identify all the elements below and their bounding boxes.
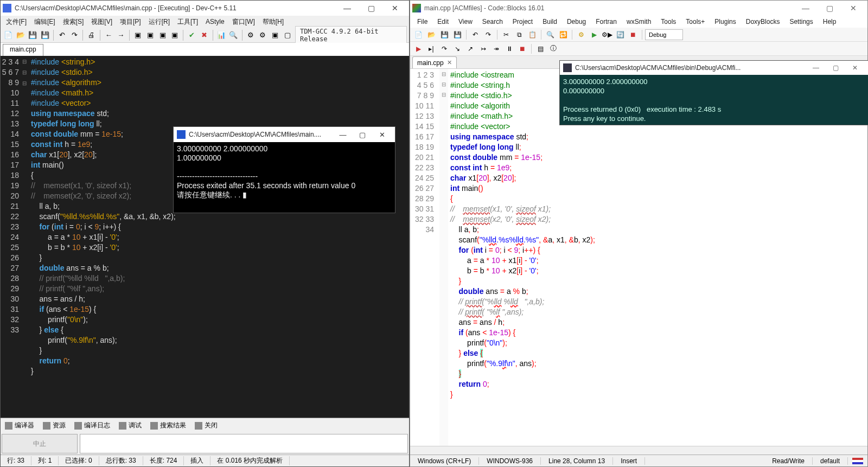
menu-item[interactable]: Fortran — [592, 17, 621, 27]
menu-item[interactable]: Help — [819, 17, 840, 27]
menu-item[interactable]: Edit — [433, 17, 452, 27]
menu-item[interactable]: Settings — [786, 17, 816, 27]
compile-log-area[interactable] — [80, 434, 408, 453]
cut-icon[interactable]: ✂ — [500, 29, 512, 41]
menu-item[interactable]: 编辑[E] — [31, 16, 59, 28]
menu-item[interactable]: 帮助[H] — [259, 16, 287, 28]
minimize-button[interactable]: — — [794, 1, 818, 16]
devcpp-console-window[interactable]: C:\Users\acm\Desktop\ACM\ACMfiles\main..… — [173, 126, 395, 213]
devcpp-console-titlebar[interactable]: C:\Users\acm\Desktop\ACM\ACMfiles\main..… — [174, 127, 395, 142]
console-max-icon[interactable]: ▢ — [353, 127, 372, 142]
cb-console-titlebar[interactable]: C:\Users\acm\Desktop\ACM\ACMfiles\bin\De… — [560, 61, 868, 75]
menu-item[interactable]: Build — [539, 17, 561, 27]
new-icon[interactable]: 📄 — [412, 29, 424, 41]
rebuild-icon[interactable]: ▣ — [169, 29, 181, 41]
cb-console-window[interactable]: C:\Users\acm\Desktop\ACM\ACMfiles\bin\De… — [559, 60, 868, 125]
fold-gutter[interactable]: ⊟ ⊟ ⊟ — [22, 56, 29, 418]
find-icon[interactable]: 🔍 — [544, 29, 556, 41]
search-fwd-icon[interactable]: → — [116, 29, 127, 41]
save-all-icon[interactable]: 💾 — [451, 29, 463, 41]
bottom-tab[interactable]: 关闭 — [190, 419, 222, 432]
menu-item[interactable]: Tools — [657, 17, 680, 27]
close-button[interactable]: ✕ — [841, 1, 865, 16]
menu-item[interactable]: File — [413, 17, 431, 27]
undo-icon[interactable]: ↶ — [469, 29, 481, 41]
menu-item[interactable]: 文件[F] — [3, 16, 30, 28]
print-icon[interactable]: 🖨 — [86, 29, 97, 41]
menu-item[interactable]: Plugins — [711, 17, 739, 27]
stop-icon[interactable]: ✖ — [199, 29, 210, 41]
close-button[interactable]: ✕ — [383, 1, 407, 16]
run-icon[interactable]: ▣ — [145, 29, 156, 41]
bottom-tab[interactable]: 资源 — [39, 419, 70, 432]
tab-main-cpp[interactable]: main.cpp — [3, 44, 43, 56]
devcpp-titlebar[interactable]: C:\Users\acm\Desktop\ACM\ACMfiles\main.c… — [1, 1, 409, 16]
console-min-icon[interactable]: — — [806, 61, 826, 75]
menu-item[interactable]: 运行[R] — [145, 16, 173, 28]
lang-flag-icon[interactable] — [852, 458, 863, 464]
bottom-tab[interactable]: 搜索结果 — [146, 419, 190, 432]
code-area[interactable]: #include <iostream #include <string.h #i… — [448, 69, 867, 446]
cb-editor[interactable]: 1 2 3 4 5 6 7 8 9 10 11 12 13 14 15 16 1… — [410, 69, 867, 446]
menu-item[interactable]: 窗口[W] — [229, 16, 258, 28]
redo-icon[interactable]: ↷ — [69, 29, 80, 41]
open-icon[interactable]: 📂 — [425, 29, 437, 41]
menu-item[interactable]: Project — [509, 17, 537, 27]
debug-windows-icon[interactable]: ▤ — [534, 43, 546, 55]
rebuild-icon[interactable]: 🔄 — [614, 29, 626, 41]
maximize-button[interactable]: ▢ — [818, 1, 841, 16]
minimize-button[interactable]: — — [335, 1, 359, 16]
step-out-icon[interactable]: ↗ — [464, 43, 476, 55]
next-instr-icon[interactable]: ↣ — [477, 43, 489, 55]
profile-icon[interactable]: 📊 — [215, 29, 227, 41]
debug-run-icon[interactable]: ▶ — [412, 43, 424, 55]
undo-icon[interactable]: ↶ — [56, 29, 68, 41]
console-min-icon[interactable]: — — [333, 127, 353, 142]
open-file-icon[interactable]: 📂 — [15, 29, 27, 41]
copy-icon[interactable]: ⧉ — [513, 29, 525, 41]
compile-run-icon[interactable]: ▣ — [157, 29, 168, 41]
step-into-icon[interactable]: ↘ — [451, 43, 463, 55]
more2-icon[interactable]: ▢ — [282, 29, 293, 41]
menu-item[interactable]: 工具[T] — [174, 16, 201, 28]
run-to-cursor-icon[interactable]: ▸| — [425, 43, 437, 55]
replace-icon[interactable]: 🔁 — [557, 29, 569, 41]
debug-icon[interactable]: 🔍 — [228, 29, 239, 41]
new-file-icon[interactable]: 📄 — [3, 29, 14, 41]
save-icon[interactable]: 💾 — [438, 29, 450, 41]
search-back-icon[interactable]: ← — [103, 29, 114, 41]
step-instr-icon[interactable]: ↠ — [490, 43, 502, 55]
abort-button[interactable]: 中止 — [2, 434, 78, 453]
check-icon[interactable]: ✔ — [186, 29, 197, 41]
fold-gutter[interactable]: ⊟ ⊟ ⊟ — [439, 69, 448, 446]
menu-item[interactable]: 搜索[S] — [60, 16, 87, 28]
build-target-dropdown[interactable]: Debug — [645, 29, 683, 40]
tools-icon[interactable]: ⚙ — [257, 29, 269, 41]
menu-item[interactable]: Debug — [563, 17, 590, 27]
menu-item[interactable]: View — [455, 17, 476, 27]
menu-item[interactable]: 视图[V] — [88, 16, 116, 28]
build-icon[interactable]: ⚙ — [575, 29, 587, 41]
devcpp-console-body[interactable]: 3.000000000 2.000000000 1.000000000 ----… — [174, 142, 395, 202]
bottom-tab[interactable]: 调试 — [114, 419, 146, 432]
next-line-icon[interactable]: ↷ — [438, 43, 450, 55]
bottom-tab[interactable]: 编译日志 — [70, 419, 114, 432]
console-close-icon[interactable]: ✕ — [845, 61, 865, 75]
cb-titlebar[interactable]: main.cpp [ACMfiles] - Code::Blocks 16.01… — [410, 1, 867, 16]
menu-item[interactable]: DoxyBlocks — [742, 17, 784, 27]
compile-icon[interactable]: ▣ — [132, 29, 144, 41]
console-close-icon[interactable]: ✕ — [372, 127, 392, 142]
compiler-selector[interactable]: TDM-GCC 4.9.2 64-bit Release — [295, 26, 407, 44]
run-icon[interactable]: ▶ — [588, 29, 600, 41]
menu-item[interactable]: wxSmith — [623, 17, 655, 27]
console-max-icon[interactable]: ▢ — [826, 61, 845, 75]
paste-icon[interactable]: 📋 — [526, 29, 538, 41]
save-icon[interactable]: 💾 — [27, 29, 39, 41]
redo-icon[interactable]: ↷ — [482, 29, 494, 41]
maximize-button[interactable]: ▢ — [359, 1, 383, 16]
break-icon[interactable]: ⏸ — [503, 43, 515, 55]
tab-close-icon[interactable]: ✕ — [447, 59, 452, 66]
bottom-tab[interactable]: 编译器 — [1, 419, 39, 432]
stop-debug-icon[interactable]: ⏹ — [516, 43, 528, 55]
menu-item[interactable]: 项目[P] — [117, 16, 144, 28]
